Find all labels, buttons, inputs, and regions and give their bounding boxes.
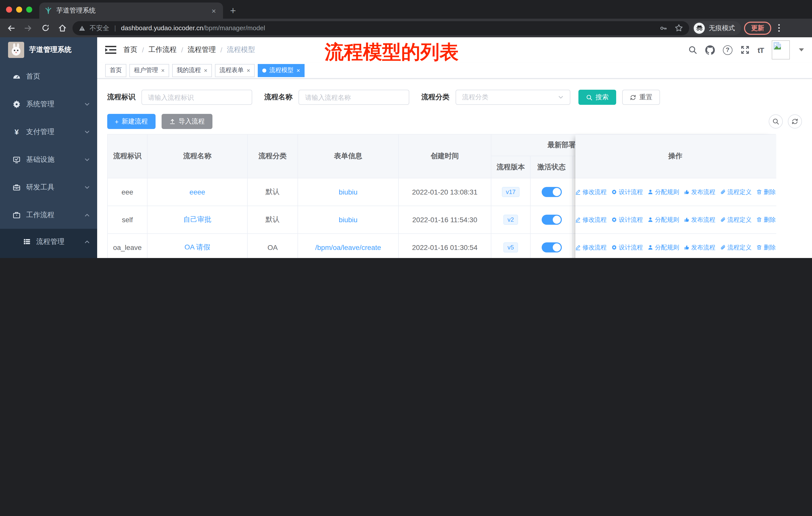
question-glyph: ?: [726, 46, 729, 53]
sidebar-item-payment[interactable]: ¥ 支付管理: [0, 118, 97, 146]
assign-rule-link[interactable]: 分配规则: [647, 188, 679, 196]
home-button[interactable]: [55, 21, 69, 35]
close-window-button[interactable]: [6, 6, 12, 12]
design-process-link[interactable]: 设计流程: [611, 243, 643, 252]
assign-rule-link[interactable]: 分配规则: [647, 215, 679, 224]
breadcrumb-home[interactable]: 首页: [123, 45, 138, 54]
upload-icon: [169, 118, 175, 125]
refresh-table-button[interactable]: [788, 114, 802, 129]
sidebar-item-process-form[interactable]: 流程表单: [0, 254, 97, 258]
collapse-sidebar-icon[interactable]: [105, 45, 116, 54]
back-button[interactable]: [4, 21, 18, 35]
sidebar-item-workflow[interactable]: 工作流程: [0, 201, 97, 229]
tag-home[interactable]: 首页: [105, 64, 126, 77]
delete-process-link[interactable]: 删除: [756, 215, 776, 224]
monitor-icon: [12, 156, 21, 164]
process-id-input[interactable]: [141, 90, 252, 105]
search-button[interactable]: 搜索: [578, 90, 616, 105]
sidebar-item-infrastructure[interactable]: 基础设施: [0, 146, 97, 173]
sidebar-item-home[interactable]: 首页: [0, 62, 97, 90]
version-badge[interactable]: v5: [503, 242, 518, 252]
password-key-icon[interactable]: [660, 24, 668, 32]
avatar-caret-icon[interactable]: [799, 48, 804, 51]
tag-my-process[interactable]: 我的流程×: [172, 64, 212, 77]
breadcrumb-current: 流程模型: [227, 45, 255, 54]
tag-close-icon[interactable]: ×: [296, 67, 300, 74]
security-label[interactable]: 不安全: [90, 23, 109, 32]
header-search-icon[interactable]: [688, 45, 697, 54]
list-icon: [22, 238, 31, 245]
url-text[interactable]: dashboard.yudao.iocoder.cn/bpm/manager/m…: [121, 24, 265, 32]
window-controls[interactable]: [0, 6, 39, 19]
maximize-window-button[interactable]: [26, 6, 32, 12]
fullscreen-icon[interactable]: [741, 45, 750, 54]
modify-process-link[interactable]: 修改流程: [575, 188, 607, 196]
toggle-search-button[interactable]: [769, 114, 783, 129]
process-name-input[interactable]: [298, 90, 409, 105]
browser-tab[interactable]: 芋道管理系统 ×: [39, 2, 223, 19]
forward-button[interactable]: [21, 21, 35, 35]
reload-button[interactable]: [38, 21, 52, 35]
process-definition-link[interactable]: 流程定义: [720, 243, 752, 252]
import-process-button[interactable]: 导入流程: [161, 114, 212, 129]
tag-label: 流程模型: [269, 66, 293, 75]
create-process-button[interactable]: + 新建流程: [107, 114, 155, 129]
version-badge[interactable]: v2: [503, 215, 518, 225]
tag-process-form[interactable]: 流程表单×: [215, 64, 255, 77]
github-icon[interactable]: [705, 45, 715, 55]
app-logo[interactable]: 芋道管理系统: [0, 37, 97, 62]
form-info-link[interactable]: biubiu: [339, 216, 358, 224]
browser-menu-icon[interactable]: [774, 24, 784, 32]
process-definition-link[interactable]: 流程定义: [720, 215, 752, 224]
new-tab-button[interactable]: +: [223, 5, 243, 19]
version-badge[interactable]: v17: [502, 187, 520, 197]
process-definition-link[interactable]: 流程定义: [720, 188, 752, 196]
address-bar[interactable]: 不安全 | dashboard.yudao.iocoder.cn/bpm/man…: [72, 21, 689, 35]
update-browser-button[interactable]: 更新: [744, 21, 771, 34]
active-status-toggle[interactable]: [542, 215, 561, 225]
active-status-toggle[interactable]: [542, 187, 561, 197]
tab-close-icon[interactable]: ×: [209, 6, 218, 15]
help-icon[interactable]: ?: [723, 45, 732, 55]
design-process-link[interactable]: 设计流程: [611, 188, 643, 196]
process-category-select[interactable]: 流程分类: [456, 90, 570, 105]
deploy-process-link[interactable]: 发布流程: [684, 243, 715, 252]
modify-process-link[interactable]: 修改流程: [575, 243, 607, 252]
deploy-process-link[interactable]: 发布流程: [684, 215, 715, 224]
sidebar-item-system[interactable]: 系统管理: [0, 90, 97, 118]
tag-close-icon[interactable]: ×: [161, 67, 165, 74]
sidebar-item-devtools[interactable]: 研发工具: [0, 173, 97, 201]
dashboard-icon: [12, 72, 21, 80]
search-icon: [586, 94, 592, 101]
minimize-window-button[interactable]: [16, 6, 22, 12]
modify-process-link[interactable]: 修改流程: [575, 215, 607, 224]
breadcrumb-separator: /: [181, 46, 183, 54]
delete-process-link[interactable]: 删除: [756, 243, 776, 252]
bookmark-star-icon[interactable]: [674, 24, 683, 32]
tag-tenant[interactable]: 租户管理×: [129, 64, 169, 77]
form-info-link[interactable]: biubiu: [339, 188, 358, 196]
logo-avatar: [8, 42, 24, 58]
breadcrumb-workflow[interactable]: 工作流程: [148, 45, 177, 54]
deploy-process-link[interactable]: 发布流程: [684, 188, 715, 196]
tag-close-icon[interactable]: ×: [204, 67, 207, 74]
reset-button[interactable]: 重置: [622, 90, 660, 105]
tag-close-icon[interactable]: ×: [247, 67, 250, 74]
font-size-icon[interactable]: tT: [758, 46, 764, 54]
process-name-link[interactable]: eeee: [190, 188, 205, 196]
process-name-link[interactable]: 自己审批: [183, 215, 211, 224]
sidebar-item-process-management[interactable]: 流程管理: [0, 229, 97, 254]
active-status-toggle[interactable]: [542, 242, 561, 252]
breadcrumb-process-management[interactable]: 流程管理: [188, 45, 216, 54]
action-label: 发布流程: [691, 188, 715, 196]
assign-rule-link[interactable]: 分配规则: [647, 243, 679, 252]
col-header-name: 流程名称: [147, 135, 248, 179]
cell-process-id: self: [108, 206, 147, 234]
cell-category: 默认: [248, 206, 298, 234]
process-name-link[interactable]: OA 请假: [184, 243, 210, 252]
form-info-link[interactable]: /bpm/oa/leave/create: [315, 243, 381, 251]
avatar[interactable]: [772, 40, 790, 59]
delete-process-link[interactable]: 删除: [756, 188, 776, 196]
design-process-link[interactable]: 设计流程: [611, 215, 643, 224]
tag-process-model[interactable]: 流程模型×: [258, 64, 304, 77]
